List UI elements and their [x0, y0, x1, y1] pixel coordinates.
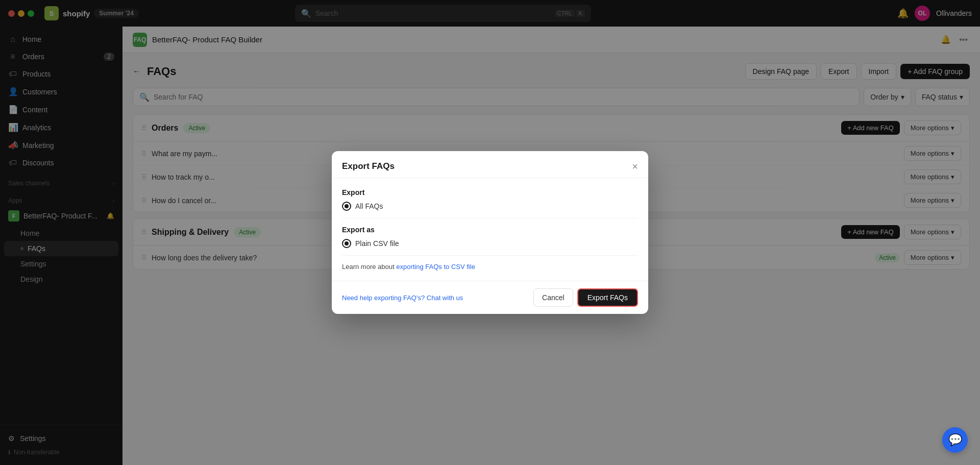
modal-header: Export FAQs × [332, 151, 648, 178]
all-faqs-radio-row[interactable]: All FAQs [342, 202, 638, 211]
modal-divider [342, 218, 638, 218]
plain-csv-radio-row[interactable]: Plain CSV file [342, 239, 638, 248]
chat-bubble-button[interactable]: 💬 [942, 427, 968, 453]
modal-close-button[interactable]: × [632, 161, 638, 172]
learn-more-text: Learn more about exporting FAQs to CSV f… [342, 263, 638, 271]
plain-csv-label: Plain CSV file [355, 239, 399, 248]
all-faqs-label: All FAQs [355, 202, 383, 210]
all-faqs-radio[interactable] [342, 202, 351, 211]
modal-title: Export FAQs [342, 161, 395, 172]
export-as-label: Export as [342, 226, 638, 234]
modal-overlay[interactable]: Export FAQs × Export All FAQs Export as … [0, 0, 980, 465]
modal-footer: Need help exporting FAQ's? Chat with us … [332, 281, 648, 314]
help-chat-link[interactable]: Need help exporting FAQ's? Chat with us [342, 294, 463, 302]
modal-buttons: Cancel Export FAQs [533, 288, 638, 307]
plain-csv-radio[interactable] [342, 239, 351, 248]
learn-more-link[interactable]: exporting FAQs to CSV file [396, 263, 475, 271]
modal-body: Export All FAQs Export as Plain CSV file… [332, 178, 648, 281]
export-faqs-modal: Export FAQs × Export All FAQs Export as … [332, 151, 648, 314]
modal-divider-2 [342, 255, 638, 256]
export-section-label: Export [342, 188, 638, 197]
chat-icon: 💬 [948, 433, 962, 447]
cancel-button[interactable]: Cancel [533, 288, 573, 307]
export-faqs-button[interactable]: Export FAQs [577, 288, 638, 307]
